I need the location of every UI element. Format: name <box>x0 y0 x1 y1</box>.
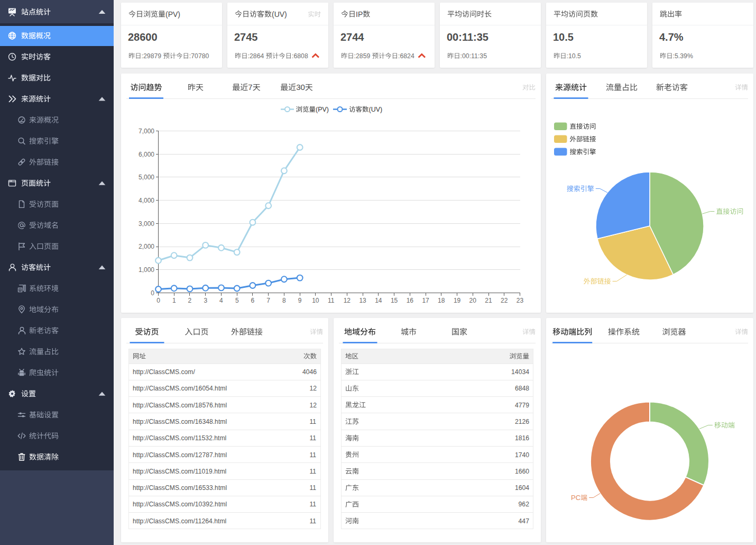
svg-text:21: 21 <box>485 297 492 304</box>
svg-text::6824: :6824 <box>398 52 414 60</box>
svg-text:28600: 28600 <box>128 31 158 43</box>
svg-text:3: 3 <box>204 297 207 304</box>
svg-text:http://ClassCMS.com/11019.html: http://ClassCMS.com/11019.html <box>133 468 226 475</box>
svg-text:2744: 2744 <box>340 31 364 43</box>
svg-text:7,000: 7,000 <box>139 128 154 135</box>
svg-text::2864: :2864 <box>248 52 264 60</box>
svg-text:PC: PC <box>571 494 580 502</box>
svg-text:10.5: 10.5 <box>553 31 574 43</box>
svg-text:(UV): (UV) <box>369 106 383 113</box>
svg-text:1740: 1740 <box>515 451 529 459</box>
svg-text:http://ClassCMS.com/16054.html: http://ClassCMS.com/16054.html <box>133 385 227 392</box>
svg-text:19: 19 <box>454 297 461 304</box>
svg-text:6848: 6848 <box>515 385 529 392</box>
svg-text:11: 11 <box>309 484 316 492</box>
svg-text:(UV): (UV) <box>272 10 287 19</box>
svg-text:1: 1 <box>172 297 176 304</box>
svg-text:http://ClassCMS.com/11264.html: http://ClassCMS.com/11264.html <box>133 517 226 525</box>
svg-text:11: 11 <box>309 468 316 475</box>
svg-text:5,000: 5,000 <box>139 174 154 181</box>
svg-text:12: 12 <box>309 402 317 409</box>
svg-text:2745: 2745 <box>234 31 258 43</box>
svg-text:12: 12 <box>344 297 351 304</box>
svg-text:11: 11 <box>309 517 316 525</box>
svg-text:4046: 4046 <box>302 368 317 376</box>
svg-text:6: 6 <box>251 297 255 304</box>
svg-text:962: 962 <box>519 501 530 508</box>
svg-text:http://ClassCMS.com/18576.html: http://ClassCMS.com/18576.html <box>133 402 227 409</box>
svg-text:7: 7 <box>248 83 252 92</box>
svg-text:3,000: 3,000 <box>139 220 154 228</box>
svg-text:2,000: 2,000 <box>139 243 154 250</box>
svg-text:16: 16 <box>407 297 414 304</box>
svg-text:12: 12 <box>309 385 317 392</box>
svg-text:13: 13 <box>359 297 366 304</box>
svg-text::6808: :6808 <box>292 52 308 60</box>
svg-text:4.7%: 4.7% <box>659 31 684 43</box>
svg-text:http://ClassCMS.com/10392.html: http://ClassCMS.com/10392.html <box>133 501 227 508</box>
svg-text::5.39%: :5.39% <box>673 52 693 60</box>
svg-text:(PV): (PV) <box>165 10 180 19</box>
svg-text:22: 22 <box>501 297 508 304</box>
svg-text:18: 18 <box>438 297 445 304</box>
svg-text:http://ClassCMS.com/: http://ClassCMS.com/ <box>133 368 195 376</box>
svg-text:20: 20 <box>469 297 477 304</box>
svg-text:17: 17 <box>422 297 429 304</box>
svg-text:http://ClassCMS.com/16533.html: http://ClassCMS.com/16533.html <box>133 484 227 492</box>
svg-text:1660: 1660 <box>515 468 529 475</box>
svg-text:447: 447 <box>519 517 530 525</box>
svg-text:11: 11 <box>328 297 335 304</box>
svg-text:5: 5 <box>235 297 239 304</box>
svg-text:11: 11 <box>309 418 316 425</box>
svg-text:http://ClassCMS.com/16348.html: http://ClassCMS.com/16348.html <box>133 418 227 425</box>
svg-text:11: 11 <box>309 434 316 442</box>
svg-text:2: 2 <box>188 297 192 304</box>
svg-text:(PV): (PV) <box>316 106 329 113</box>
svg-text:14: 14 <box>375 297 382 304</box>
svg-text:9: 9 <box>298 297 302 304</box>
svg-text:IP: IP <box>356 10 363 19</box>
svg-text:0: 0 <box>156 297 160 304</box>
svg-text::29879: :29879 <box>142 52 162 60</box>
svg-text:4779: 4779 <box>515 402 529 409</box>
svg-text:15: 15 <box>391 297 398 304</box>
svg-text:30: 30 <box>296 83 305 92</box>
svg-text:14034: 14034 <box>511 368 529 376</box>
svg-text:http://ClassCMS.com/11532.html: http://ClassCMS.com/11532.html <box>133 434 226 442</box>
svg-text::2859: :2859 <box>354 52 371 60</box>
svg-text::10.5: :10.5 <box>567 52 582 60</box>
svg-text:11: 11 <box>309 451 316 459</box>
svg-text:http://ClassCMS.com/12787.html: http://ClassCMS.com/12787.html <box>133 451 227 459</box>
svg-text:10: 10 <box>312 297 319 304</box>
svg-text:11: 11 <box>309 501 316 508</box>
svg-text::00:11:35: :00:11:35 <box>460 52 487 60</box>
svg-text:8: 8 <box>282 297 286 304</box>
svg-text:1604: 1604 <box>515 484 529 492</box>
svg-text:4,000: 4,000 <box>139 197 154 204</box>
svg-text:2126: 2126 <box>515 418 529 425</box>
svg-text:6,000: 6,000 <box>139 151 154 158</box>
svg-text:1816: 1816 <box>515 434 529 442</box>
svg-text:1,000: 1,000 <box>139 266 154 274</box>
svg-text::70780: :70780 <box>189 52 209 60</box>
svg-text:0: 0 <box>151 289 154 297</box>
svg-text:00:11:35: 00:11:35 <box>447 31 488 43</box>
svg-text:7: 7 <box>266 297 270 304</box>
svg-text:23: 23 <box>517 297 524 304</box>
svg-text:4: 4 <box>219 297 223 304</box>
